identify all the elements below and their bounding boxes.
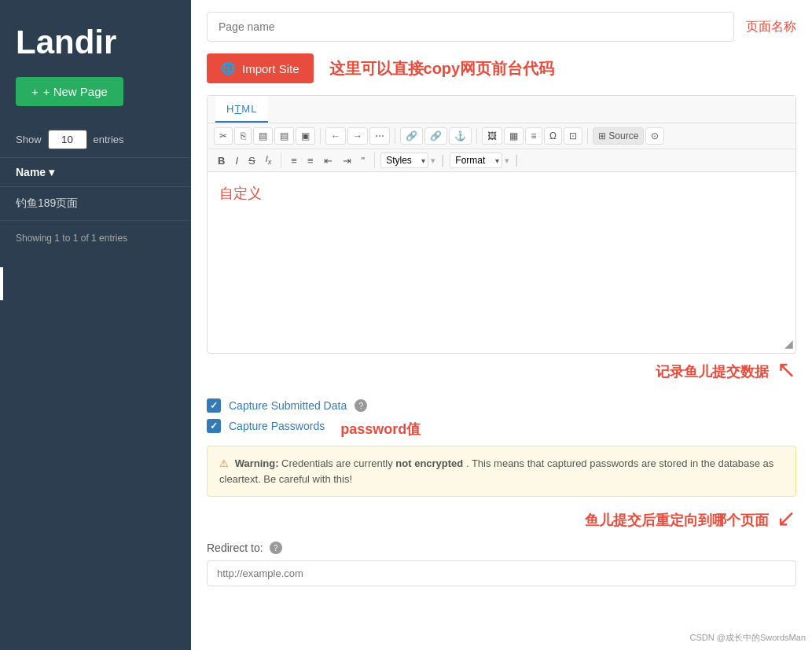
styles-select[interactable]: Styles [380,152,428,168]
show-entries-section: Show 10 entries [0,122,191,157]
annotation-import: 这里可以直接copy网页前台代码 [329,58,555,79]
toolbar-preview[interactable]: ⊙ [645,127,664,145]
toolbar2-sep2 [374,152,375,168]
toolbar-cut[interactable]: ✂ [214,127,233,145]
arrow-submit-icon: ↙ [777,358,796,385]
toolbar-maximize[interactable]: ⊡ [564,127,582,145]
main-content: 页面名称 🌐 Import Site 这里可以直接copy网页前台代码 HTML… [191,0,812,650]
warning-bold2: not encrypted [395,457,463,469]
watermark: CSDN @成长中的SwordsMan [690,632,806,644]
toolbar-anchor[interactable]: ⚓ [449,127,472,145]
warning-text1: Credentials are currently [281,457,395,469]
format-select[interactable]: Format [450,152,502,168]
toolbar-indent-left[interactable]: ⇤ [320,153,336,168]
toolbar-link[interactable]: 🔗 [400,127,423,145]
toolbar-blockquote[interactable]: " [358,153,369,168]
toolbar-unlink[interactable]: 🔗 [424,127,447,145]
active-indicator [0,267,3,300]
arrow-redirect-icon: ↗ [777,506,796,534]
redirect-label: Redirect to: [207,542,263,554]
toolbar-paste3[interactable]: ▣ [296,127,315,145]
editor-tabs: HTML [208,96,795,123]
source-button[interactable]: ⊞ Source [593,127,644,145]
annotation-submit-text: 记录鱼儿提交数据 [656,362,769,381]
toolbar-hr[interactable]: ≡ [525,127,542,145]
toolbar-paste2[interactable]: ▤ [274,127,294,145]
capture-submitted-help-icon[interactable]: ? [355,399,367,412]
toolbar-bold[interactable]: B [214,153,229,168]
source-btn-label: Source [608,130,638,141]
page-name-input[interactable] [207,12,734,42]
editor-toolbar-row1: ✂ ⎘ ▤ ▤ ▣ ← → ⋯ 🔗 🔗 ⚓ 🖼 ▦ ≡ Ω ⊡ ⊞ Source… [208,123,795,149]
capture-passwords-row: Capture Passwords [207,419,325,439]
sort-icon: ▾ [49,166,54,178]
toolbar-undo[interactable]: ← [325,127,346,145]
globe-icon: 🌐 [221,61,236,75]
table-row[interactable]: 钓鱼189页面 [0,187,191,221]
show-label: Show [16,134,42,145]
toolbar-ul[interactable]: ≡ [303,153,318,168]
toolbar-sep3 [476,128,477,144]
redirect-help-icon[interactable]: ? [270,542,282,554]
table-footer: Showing 1 to 1 of 1 entries [0,221,191,255]
tab-html[interactable]: HTML [215,96,268,123]
toolbar-paste[interactable]: ▤ [253,127,273,145]
toolbar-sep4 [587,128,588,144]
editor-section: HTML ✂ ⎘ ▤ ▤ ▣ ← → ⋯ 🔗 🔗 ⚓ 🖼 ▦ ≡ Ω ⊡ [207,95,796,354]
redirect-to-row: Redirect to: ? [207,542,796,554]
toolbar-indent-right[interactable]: ⇥ [339,153,355,168]
capture-passwords-label: Capture Passwords [229,420,325,432]
import-btn-label: Import Site [242,62,299,75]
warning-bold1: Warning: [235,457,279,469]
entries-label: entries [94,134,124,145]
new-page-label: + New Page [43,85,108,98]
plus-icon: + [31,85,39,98]
toolbar-redo[interactable]: → [347,127,368,145]
annotation-redirect-block: 鱼儿提交后重定向到哪个页面 ↗ [207,506,796,534]
toolbar-table[interactable]: ▦ [504,127,524,145]
capture-submitted-row: Capture Submitted Data ? [207,389,796,419]
editor-toolbar-row2: B I S Ix ≡ ≡ ⇤ ⇥ " Styles ▾ | Format [208,149,795,172]
format-wrapper: Format [450,152,502,168]
table-header: Name ▾ [0,157,191,187]
editor-body[interactable]: 自定义 ◢ [208,172,795,353]
editor-content-text: 自定义 [219,185,262,201]
toolbar-find[interactable]: ⋯ [369,127,390,145]
toolbar-italic2[interactable]: Ix [262,152,276,167]
styles-wrapper: Styles [380,152,428,168]
sidebar: Landir + + New Page Show 10 entries Name… [0,0,191,650]
warning-icon: ⚠ [219,457,229,469]
capture-submitted-checkbox[interactable] [207,398,221,413]
new-page-button[interactable]: + + New Page [16,77,123,106]
redirect-input[interactable] [207,560,796,586]
editor-resize-handle[interactable]: ◢ [784,336,793,351]
toolbar-sep1 [320,128,321,144]
capture-passwords-checkbox[interactable] [207,419,221,433]
toolbar-copy[interactable]: ⎘ [234,127,252,145]
toolbar-ol[interactable]: ≡ [287,153,301,168]
annotation-redirect-text: 鱼儿提交后重定向到哪个页面 [585,511,769,530]
toolbar-sep2 [395,128,395,144]
capture-passwords-section: Capture Passwords password值 [207,419,796,439]
source-icon: ⊞ [598,130,606,141]
toolbar2-sep1 [281,152,281,168]
annotation-page-name: 页面名称 [746,19,796,35]
toolbar-special-char[interactable]: Ω [544,127,562,145]
sidebar-title: Landir [0,16,191,77]
name-column-header[interactable]: Name ▾ [16,166,175,178]
import-row: 🌐 Import Site 这里可以直接copy网页前台代码 [207,53,796,83]
import-site-button[interactable]: 🌐 Import Site [207,53,314,83]
annotation-submit-block: 记录鱼儿提交数据 ↙ [207,358,796,385]
annotation-password: password值 [340,420,421,439]
capture-submitted-label: Capture Submitted Data [229,399,347,412]
toolbar-italic[interactable]: I [231,153,242,168]
page-name-row: 页面名称 [207,12,796,42]
tab-html-label: HTML [226,103,257,115]
warning-box: ⚠ Warning: Credentials are currently not… [207,446,796,497]
toolbar-image[interactable]: 🖼 [482,127,502,145]
show-entries-input[interactable]: 10 [48,130,87,149]
toolbar-strikethrough[interactable]: S [244,153,259,168]
